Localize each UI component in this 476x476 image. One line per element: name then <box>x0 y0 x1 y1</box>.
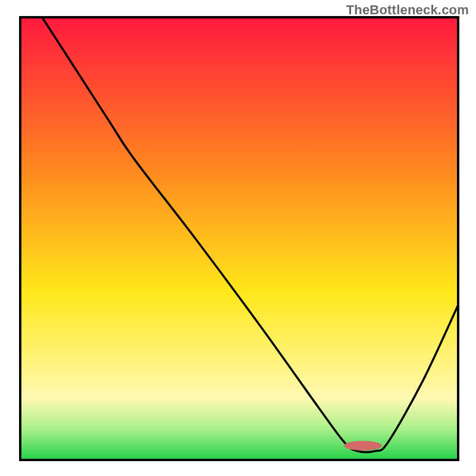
optimal-marker <box>344 441 382 450</box>
plot-canvas: TheBottleneck.com <box>0 0 476 476</box>
watermark-text: TheBottleneck.com <box>346 2 469 18</box>
bottleneck-chart-svg <box>0 0 476 476</box>
